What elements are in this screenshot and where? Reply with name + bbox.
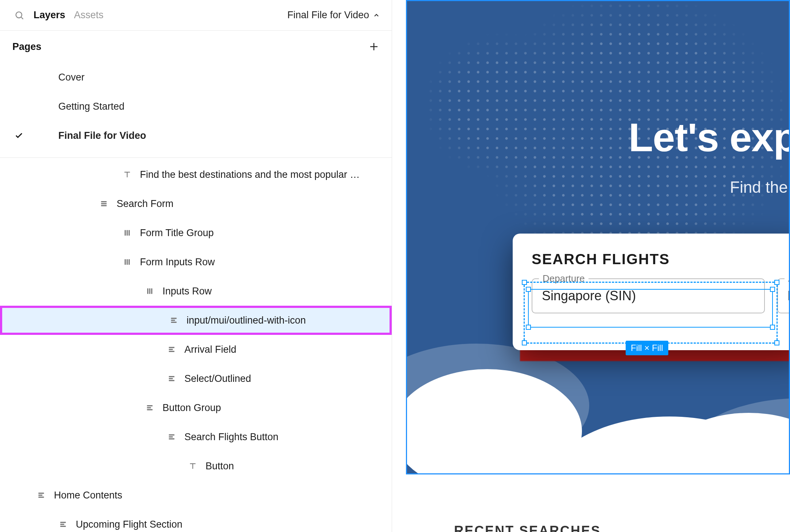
cols-layer-icon xyxy=(122,257,132,267)
recent-searches-heading: RECENT SEARCHES xyxy=(454,523,601,532)
layers-list: Find the best destinations and the most … xyxy=(0,158,392,532)
arrival-label: Arr xyxy=(785,273,790,284)
svg-line-1 xyxy=(21,17,23,19)
layer-label: Button xyxy=(206,461,234,472)
layer-label: Arrival Field xyxy=(184,344,236,355)
page-item-label: Getting Started xyxy=(37,101,125,112)
pages-header-label: Pages xyxy=(12,41,42,52)
cols-layer-icon xyxy=(145,286,155,296)
layer-label: Button Group xyxy=(163,402,221,414)
layer-label: Search Form xyxy=(117,198,173,210)
cols-layer-icon xyxy=(122,228,132,238)
layers-panel: Layers Assets Final File for Video Pages… xyxy=(0,0,392,532)
layer-row[interactable]: Button Group xyxy=(0,393,392,422)
layer-row[interactable]: Arrival Field xyxy=(0,335,392,364)
departure-value: Singapore (SIN) xyxy=(542,288,636,304)
search-icon[interactable] xyxy=(14,10,25,21)
stack-layer-icon xyxy=(167,432,176,442)
stack-layer-icon xyxy=(145,403,155,412)
canvas[interactable]: Let's exp Find the SEARCH FLIGHTS Depart… xyxy=(392,0,790,532)
page-item-label: Cover xyxy=(37,72,85,83)
layer-label: Home Contents xyxy=(54,490,122,501)
departure-field[interactable]: Departure Singapore (SIN) xyxy=(532,278,765,313)
layer-row[interactable]: Search Form xyxy=(0,189,392,218)
tab-assets[interactable]: Assets xyxy=(74,9,103,21)
frame-home[interactable]: Let's exp Find the SEARCH FLIGHTS Depart… xyxy=(406,0,790,474)
hero-title: Let's exp xyxy=(629,114,789,160)
layer-row[interactable]: Form Title Group xyxy=(0,218,392,247)
pages-header: Pages xyxy=(0,31,392,63)
page-item[interactable]: Getting Started xyxy=(0,92,392,121)
departure-label: Departure xyxy=(539,273,588,284)
layer-label: Find the best destinations and the most … xyxy=(140,169,360,180)
text-layer-icon xyxy=(188,461,198,471)
stack-layer-icon xyxy=(167,374,176,383)
layer-row[interactable]: Button xyxy=(0,451,392,481)
arrival-field[interactable]: Arr Lo xyxy=(777,278,790,313)
check-icon xyxy=(15,131,29,140)
layer-label: Select/Outlined xyxy=(184,373,251,384)
panel-tabs-row: Layers Assets Final File for Video xyxy=(0,0,392,31)
stack-layer-icon xyxy=(167,345,176,354)
layer-label: Search Flights Button xyxy=(184,431,278,443)
page-item[interactable]: Cover xyxy=(0,63,392,92)
svg-point-0 xyxy=(16,12,22,17)
hero-subtitle: Find the xyxy=(730,178,789,196)
layer-row[interactable]: Upcoming Flight Section xyxy=(0,510,392,532)
page-item-label: Final File for Video xyxy=(37,130,146,141)
annotation-highlight: input/mui/outlined-with-icon xyxy=(0,306,392,335)
chevron-up-icon xyxy=(373,12,380,19)
file-page-selector[interactable]: Final File for Video xyxy=(287,9,380,21)
layer-row[interactable]: Select/Outlined xyxy=(0,364,392,393)
layer-label: Inputs Row xyxy=(163,286,212,297)
selection-constraints-chip[interactable]: Fill × Fill xyxy=(626,341,668,355)
layer-row[interactable]: Home Contents xyxy=(0,481,392,510)
layer-row[interactable]: input/mui/outlined-with-icon xyxy=(2,308,390,333)
page-item[interactable]: Final File for Video xyxy=(0,121,392,150)
layer-label: Form Inputs Row xyxy=(140,257,215,268)
text-layer-icon xyxy=(122,170,132,179)
search-card-title: SEARCH FLIGHTS xyxy=(532,251,785,267)
search-card: SEARCH FLIGHTS Departure Singapore (SIN)… xyxy=(513,234,790,350)
stack-layer-icon xyxy=(58,520,68,529)
add-page-button[interactable] xyxy=(368,41,379,52)
layer-row[interactable]: Search Flights Button xyxy=(0,422,392,451)
layer-label: input/mui/outlined-with-icon xyxy=(187,315,306,326)
stack-layer-icon xyxy=(36,490,46,500)
file-page-selector-label: Final File for Video xyxy=(287,9,369,21)
layer-label: Form Title Group xyxy=(140,227,214,239)
arrival-value: Lo xyxy=(787,288,790,304)
stack-layer-icon xyxy=(169,316,179,325)
layer-row[interactable]: Find the best destinations and the most … xyxy=(0,160,392,189)
layer-row[interactable]: Inputs Row xyxy=(0,277,392,306)
layer-label: Upcoming Flight Section xyxy=(76,519,183,530)
pages-list: Cover Getting Started Final File for Vid… xyxy=(0,63,392,158)
layer-row[interactable]: Form Inputs Row xyxy=(0,247,392,277)
tab-layers[interactable]: Layers xyxy=(34,9,65,21)
stack-h-layer-icon xyxy=(99,199,109,208)
